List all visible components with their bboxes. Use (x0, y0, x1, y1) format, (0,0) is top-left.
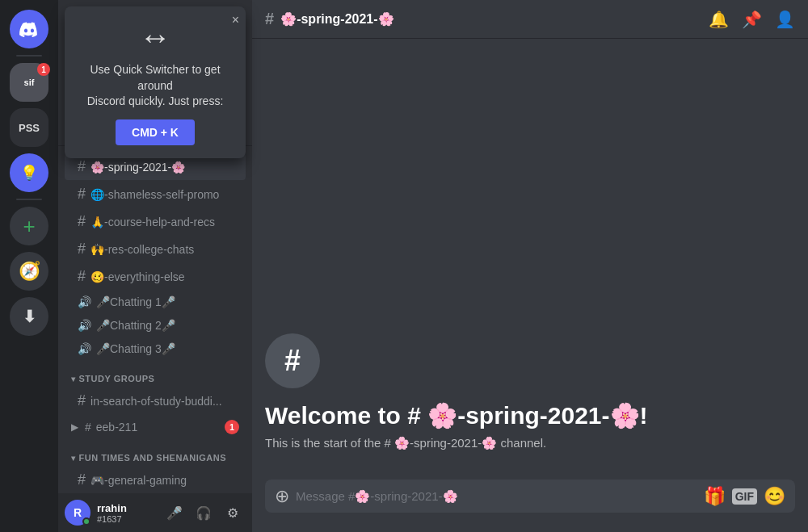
channel-item-chatting2[interactable]: 🔊 🎤Chatting 2🎤 (65, 314, 246, 337)
category-name: STUDY GROUPS (79, 374, 155, 383)
channel-sidebar: × ↔️ Use Quick Switcher to get around Di… (58, 0, 252, 532)
quick-switcher-icon: ↔️ (78, 19, 233, 56)
add-attachment-icon[interactable]: ⊕ (275, 486, 289, 507)
channel-name: in-search-of-study-buddi... (90, 395, 222, 408)
voice-icon: 🔊 (78, 342, 91, 355)
category-name: FUN TIMES AND SHENANIGANS (79, 453, 227, 463)
category-fun-times[interactable]: ▾ FUN TIMES AND SHENANIGANS (58, 440, 252, 466)
mic-button[interactable]: 🎤 (162, 500, 187, 526)
channel-name: 🎤Chatting 2🎤 (96, 319, 175, 332)
notification-bell-button[interactable]: 🔔 (709, 10, 729, 29)
quick-switcher-shortcut[interactable]: CMD + K (116, 119, 195, 145)
channel-hash-icon: # (265, 10, 274, 28)
top-header: # 🌸-spring-2021-🌸 🔔 📌 👤 (252, 0, 808, 39)
server-icon-download[interactable]: ⬇ (10, 297, 48, 336)
welcome-subtitle: This is the start of the # 🌸-spring-2021… (265, 436, 795, 450)
quick-switcher-text: Use Quick Switcher to get around Discord… (78, 62, 233, 110)
hash-icon: # (78, 392, 86, 409)
channel-item-study-buddies[interactable]: # in-search-of-study-buddi... (65, 387, 246, 414)
user-avatar: r (65, 500, 90, 526)
user-info: rrahin #1637 (97, 502, 155, 524)
channel-item-general-gaming[interactable]: # 🎮-general-gaming (65, 467, 246, 493)
hash-icon: # (78, 471, 86, 488)
channel-name: 🎮-general-gaming (90, 474, 187, 487)
quick-switcher-close[interactable]: × (232, 13, 239, 27)
username: rrahin (97, 502, 155, 514)
members-button[interactable]: 👤 (775, 10, 795, 29)
server-divider-2 (16, 199, 42, 200)
server-icon-home[interactable] (10, 10, 48, 48)
gif-icon[interactable]: GIF (732, 488, 757, 505)
channel-name: 🙌-res-college-chats (90, 243, 194, 256)
top-header-right: 🔔 📌 👤 (709, 10, 795, 29)
pin-button[interactable]: 📌 (742, 10, 762, 29)
gift-icon[interactable]: 🎁 (704, 486, 726, 507)
expand-arrow: ▶ (71, 421, 78, 433)
server-icon-sifp[interactable]: sif 1 (10, 63, 48, 102)
channel-list: # 🌸-spring-2021-🌸 # 🌐-shameless-self-pro… (58, 146, 252, 493)
welcome-title: Welcome to # 🌸-spring-2021-🌸! (265, 401, 795, 429)
channel-item-chatting3[interactable]: 🔊 🎤Chatting 3🎤 (65, 337, 246, 360)
channel-name: 🌐-shameless-self-promo (90, 188, 219, 201)
server-badge-sifp: 1 (37, 63, 50, 76)
hash-icon: # (85, 421, 91, 434)
hash-icon: # (78, 268, 86, 285)
user-tag: #1637 (97, 514, 155, 524)
main-content: # 🌸-spring-2021-🌸 🔔 📌 👤 # Welcome to # 🌸… (252, 0, 808, 532)
channel-item-eeb-211[interactable]: ▶ # eeb-211 1 (65, 415, 246, 439)
channel-title: 🌸-spring-2021-🌸 (280, 11, 393, 27)
server-divider (16, 55, 42, 57)
server-icon-light[interactable]: 💡 (10, 153, 48, 192)
channel-item-course-help[interactable]: # 🙏-course-help-and-recs (65, 208, 246, 235)
channel-item-res-college[interactable]: # 🙌-res-college-chats (65, 236, 246, 262)
hash-icon: # (78, 213, 86, 230)
welcome-hash-icon: # (265, 333, 320, 388)
channel-item-everything-else[interactable]: # 🥴-everything-else (65, 263, 246, 290)
server-icon-explore[interactable]: 🧭 (10, 252, 48, 291)
message-input-bar: ⊕ 🎁 GIF 😊 (252, 480, 808, 532)
channel-name: 🎤Chatting 3🎤 (96, 342, 175, 355)
input-right-icons: 🎁 GIF 😊 (704, 486, 785, 507)
category-toggle: ▾ (71, 375, 76, 383)
hash-icon: # (78, 241, 86, 258)
channel-name: 🥴-everything-else (90, 270, 185, 283)
channel-name: 🌸-spring-2021-🌸 (90, 161, 185, 174)
user-footer: r rrahin #1637 🎤 🎧 ⚙ (58, 493, 252, 532)
category-study-groups[interactable]: ▾ STUDY GROUPS (58, 361, 252, 387)
voice-icon: 🔊 (78, 295, 91, 308)
message-input-container: ⊕ 🎁 GIF 😊 (265, 480, 795, 513)
status-dot (82, 517, 90, 526)
channel-item-chatting1[interactable]: 🔊 🎤Chatting 1🎤 (65, 291, 246, 313)
category-toggle: ▾ (71, 454, 76, 463)
welcome-section: # Welcome to # 🌸-spring-2021-🌸! This is … (265, 317, 795, 467)
user-controls: 🎤 🎧 ⚙ (162, 500, 246, 526)
channel-item-shameless[interactable]: # 🌐-shameless-self-promo (65, 181, 246, 207)
emoji-icon[interactable]: 😊 (764, 486, 785, 507)
chat-area: # Welcome to # 🌸-spring-2021-🌸! This is … (252, 39, 808, 480)
channel-name: 🎤Chatting 1🎤 (96, 295, 175, 308)
server-icon-pss[interactable]: PSS (10, 108, 48, 147)
hash-icon: # (78, 158, 86, 175)
hash-icon: # (78, 186, 86, 203)
server-sidebar: sif 1 PSS 💡 + 🧭 ⬇ (0, 0, 58, 532)
settings-button[interactable]: ⚙ (220, 500, 246, 526)
quick-switcher-popup: × ↔️ Use Quick Switcher to get around Di… (65, 6, 246, 158)
channel-name: 🙏-course-help-and-recs (90, 216, 215, 228)
message-input[interactable] (296, 480, 697, 513)
voice-icon: 🔊 (78, 319, 91, 332)
headphone-button[interactable]: 🎧 (191, 500, 217, 526)
channel-name: eeb-211 (96, 421, 137, 434)
server-icon-add[interactable]: + (10, 207, 48, 245)
channel-badge-eeb211: 1 (225, 420, 239, 434)
